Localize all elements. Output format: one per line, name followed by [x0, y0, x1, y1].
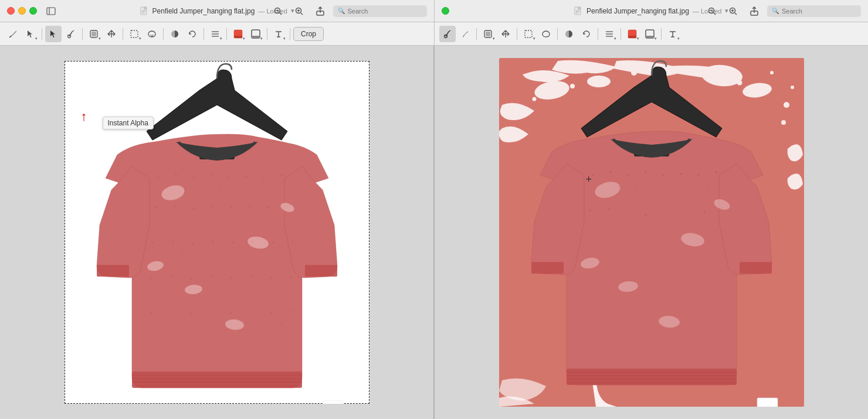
main-area: NEW LOOK	[0, 46, 868, 419]
color-fill-right[interactable]	[624, 26, 640, 42]
svg-point-118	[161, 321, 162, 322]
share-left[interactable]	[312, 3, 328, 19]
maximize-button[interactable]	[29, 7, 37, 15]
svg-rect-54	[646, 36, 654, 38]
svg-point-68	[255, 186, 256, 188]
instant-alpha-tool-left[interactable]	[63, 26, 79, 42]
svg-point-194	[715, 172, 717, 173]
svg-point-73	[165, 216, 166, 217]
selection-rect-right[interactable]	[520, 26, 537, 42]
doc-icon-left	[140, 6, 149, 16]
crop-button[interactable]: Crop	[293, 27, 324, 41]
lasso-left[interactable]	[144, 26, 160, 42]
align-tool-left[interactable]	[207, 26, 223, 42]
svg-point-91	[192, 243, 194, 245]
svg-point-58	[167, 186, 168, 188]
selection-rect-left[interactable]	[126, 26, 143, 42]
canvas-panel-right[interactable]: NEW LOOK	[433, 46, 868, 419]
sep1-right	[476, 28, 477, 40]
svg-point-112	[250, 276, 252, 278]
move-tool-left[interactable]	[103, 26, 120, 42]
svg-point-123	[210, 311, 212, 313]
shape-tool-right[interactable]	[480, 26, 496, 42]
image-left: NEW LOOK	[65, 61, 369, 404]
zoom-out-right[interactable]	[704, 3, 720, 19]
search-input-left[interactable]	[348, 8, 422, 15]
maximize-button-right[interactable]	[442, 7, 449, 15]
svg-point-101	[291, 241, 293, 243]
sep7-left	[267, 28, 267, 40]
svg-point-57	[157, 178, 159, 179]
svg-point-199	[674, 222, 676, 223]
move-tool-right[interactable]	[497, 26, 514, 42]
search-box-right[interactable]: 🔍	[767, 5, 861, 17]
close-button[interactable]	[7, 7, 15, 15]
align-tool-right[interactable]	[601, 26, 618, 42]
svg-point-188	[662, 175, 664, 176]
pen-tool-right[interactable]	[457, 26, 473, 42]
svg-point-71	[280, 175, 282, 176]
svg-point-195	[589, 210, 591, 212]
minimize-button[interactable]	[18, 7, 26, 15]
lasso-right[interactable]	[538, 26, 554, 42]
svg-rect-3	[144, 7, 147, 9]
svg-point-182	[609, 172, 611, 173]
shape-tool-left[interactable]	[86, 26, 102, 42]
traffic-lights-left[interactable]	[7, 7, 37, 15]
mask-tool-left[interactable]	[167, 26, 183, 42]
pen-tool-left[interactable]	[5, 26, 21, 42]
zoom-in-left[interactable]	[291, 3, 307, 19]
canvas-panel-left[interactable]: NEW LOOK	[0, 46, 433, 419]
svg-point-192	[697, 175, 699, 176]
pen-tool-arrow-left[interactable]	[22, 26, 39, 42]
svg-point-200	[703, 211, 705, 213]
right-title-bar: Penfield Jumper_hanging flat.jpg — Locke…	[434, 0, 869, 22]
svg-point-122	[201, 323, 202, 324]
zoom-in-right[interactable]	[725, 3, 741, 19]
svg-line-43	[449, 30, 450, 32]
mask-tool-right[interactable]	[561, 26, 577, 42]
svg-point-63	[210, 175, 212, 176]
svg-point-89	[172, 241, 174, 243]
svg-point-114	[270, 277, 272, 279]
svg-point-129	[270, 312, 272, 314]
svg-point-64	[219, 186, 221, 188]
text-tool-left[interactable]	[270, 26, 287, 42]
svg-point-61	[192, 178, 194, 179]
svg-point-197	[608, 209, 610, 210]
svg-point-128	[260, 321, 262, 322]
doc-icon-right	[574, 6, 583, 16]
rotate-tool-right[interactable]	[578, 26, 595, 42]
search-input-right[interactable]	[782, 8, 856, 15]
traffic-lights-right[interactable]	[442, 7, 449, 15]
border-tool-left[interactable]	[247, 26, 264, 42]
sep2-right	[517, 28, 517, 40]
sidebar-toggle-left[interactable]	[43, 3, 59, 19]
zoom-out-left[interactable]	[270, 3, 286, 19]
border-tool-right[interactable]	[642, 26, 658, 42]
svg-point-196	[599, 219, 601, 220]
share-right[interactable]	[746, 3, 762, 19]
toolbar-row: Crop	[0, 22, 868, 46]
svg-point-65	[228, 178, 229, 179]
svg-point-98	[262, 251, 263, 252]
selection-tool-left[interactable]	[45, 26, 62, 42]
svg-rect-145	[323, 401, 343, 404]
rotate-tool-left[interactable]	[184, 26, 201, 42]
svg-point-102	[150, 277, 152, 279]
left-title-text: Penfield Jumper_hanging flat.jpg	[152, 7, 255, 15]
left-titlebar-right: 🔍	[270, 3, 427, 19]
search-box-left[interactable]: 🔍	[333, 5, 427, 17]
right-title-text: Penfield Jumper_hanging flat.jpg	[586, 7, 689, 15]
svg-point-99	[272, 242, 273, 244]
instant-alpha-tool-right[interactable]	[439, 26, 456, 42]
svg-point-113	[260, 286, 262, 287]
svg-line-22	[714, 13, 716, 15]
svg-point-70	[272, 189, 273, 190]
sweater-image-right: NEW LOOK	[499, 58, 804, 407]
color-fill-left[interactable]	[230, 26, 246, 42]
svg-point-103	[161, 286, 162, 287]
svg-point-95	[232, 242, 233, 244]
text-tool-right[interactable]	[664, 26, 681, 42]
svg-point-84	[267, 207, 269, 209]
